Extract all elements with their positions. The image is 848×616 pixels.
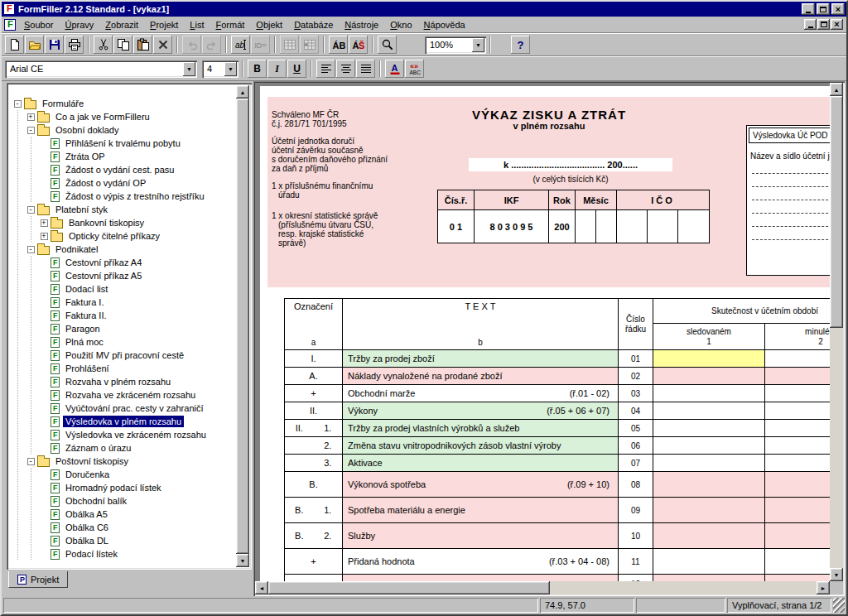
current-period-cell[interactable] xyxy=(653,350,765,368)
current-period-cell[interactable] xyxy=(653,420,765,437)
menu-item-projekt[interactable]: Projekt xyxy=(144,17,184,32)
previous-period-cell[interactable] xyxy=(765,498,830,523)
open-button[interactable] xyxy=(25,36,44,54)
tree-scrollbar[interactable]: ▲ ▼ xyxy=(236,85,249,567)
current-period-cell[interactable] xyxy=(653,455,765,472)
menu-item-databaze[interactable]: Databáze xyxy=(288,17,339,32)
menu-item-okno[interactable]: Okno xyxy=(384,17,417,32)
current-period-cell[interactable] xyxy=(653,368,765,385)
tree-item[interactable]: Výsledovka ve zkráceném rozsahu xyxy=(11,428,236,441)
tree-expander-minus-icon[interactable]: - xyxy=(24,123,37,137)
menu-item-list[interactable]: List xyxy=(184,17,210,32)
tree-expander-minus-icon[interactable]: - xyxy=(24,203,37,216)
tree-item[interactable]: Žádost o vydání cest. pasu xyxy=(11,163,236,176)
delete-button[interactable] xyxy=(153,36,172,54)
tree-item[interactable]: Dodací list xyxy=(11,282,236,296)
tree-item[interactable]: +Bankovní tiskopisy xyxy=(11,216,236,229)
tree-item[interactable]: Prohlášení xyxy=(11,362,236,375)
tree-item[interactable]: Podací lístek xyxy=(11,547,236,561)
special-characters-button[interactable]: ÁB xyxy=(329,36,348,54)
current-period-cell[interactable] xyxy=(653,498,765,523)
zoom-button[interactable] xyxy=(378,36,397,54)
tree-item[interactable]: Faktura II. xyxy=(11,309,236,322)
previous-period-cell[interactable] xyxy=(765,402,830,420)
font-family-combobox[interactable]: Arial CE ▼ xyxy=(5,60,197,78)
tree-item[interactable]: Výsledovka v plném rozsahu xyxy=(11,415,236,428)
tree-item[interactable]: Obálka DL xyxy=(11,534,236,547)
current-period-cell[interactable] xyxy=(653,385,765,402)
fill-line[interactable] xyxy=(752,239,830,240)
zoom-combobox[interactable]: 100% ▼ xyxy=(425,36,486,54)
scroll-down-button[interactable]: ▼ xyxy=(236,554,249,567)
tree-item[interactable]: Obálka C6 xyxy=(11,521,236,534)
restore-button[interactable] xyxy=(817,3,830,15)
tree-item[interactable]: -Osobní doklady xyxy=(11,123,236,137)
previous-period-cell[interactable] xyxy=(765,368,830,385)
tree-item[interactable]: +Opticky čitelné příkazy xyxy=(11,229,236,243)
current-period-cell[interactable] xyxy=(653,472,765,498)
date-field[interactable]: k ..................................... … xyxy=(469,158,672,171)
menu-item-napoveda[interactable]: Nápověda xyxy=(418,17,471,32)
scrollbar-thumb[interactable] xyxy=(236,99,249,554)
align-left-button[interactable] xyxy=(316,60,335,78)
tree-item[interactable]: Paragon xyxy=(11,322,236,335)
child-restore-button[interactable] xyxy=(817,19,830,30)
menu-item-upravy[interactable]: Úpravy xyxy=(59,17,99,32)
child-close-button[interactable]: × xyxy=(831,19,843,30)
tree-item[interactable]: Rozvaha v plném rozsahu xyxy=(11,375,236,388)
tree-item[interactable]: Obchodní balík xyxy=(11,494,236,508)
menu-item-objekt[interactable]: Objekt xyxy=(250,17,288,32)
tree-item[interactable]: -Platební styk xyxy=(11,203,236,216)
paste-button[interactable] xyxy=(133,36,152,54)
cut-button[interactable] xyxy=(94,36,113,54)
tree-item[interactable]: Plná moc xyxy=(11,335,236,349)
scroll-up-button[interactable]: ▲ xyxy=(236,85,249,99)
font-color-button[interactable]: A xyxy=(385,60,404,78)
menu-item-zobrazit[interactable]: Zobrazit xyxy=(99,17,144,32)
previous-period-cell[interactable] xyxy=(765,549,830,575)
tree-expander-minus-icon[interactable]: - xyxy=(11,97,24,110)
tree-item[interactable]: Doručenka xyxy=(11,468,236,481)
tree-item[interactable]: Hromadný podací lístek xyxy=(11,481,236,494)
italic-button[interactable]: I xyxy=(267,60,287,78)
align-justify-button[interactable] xyxy=(356,60,375,78)
previous-period-cell[interactable] xyxy=(765,350,830,368)
chevron-down-icon[interactable]: ▼ xyxy=(224,62,237,76)
chevron-down-icon[interactable]: ▼ xyxy=(183,62,195,76)
previous-period-cell[interactable] xyxy=(765,420,830,437)
tree-item[interactable]: +Co a jak ve FormFilleru xyxy=(11,110,236,123)
tree-item[interactable]: Cestovní příkaz A4 xyxy=(11,256,236,269)
font-size-combobox[interactable]: 4 ▼ xyxy=(202,60,238,78)
tree-expander-minus-icon[interactable]: - xyxy=(24,243,37,256)
new-document-button[interactable] xyxy=(5,36,24,54)
bold-button[interactable]: B xyxy=(248,60,267,78)
minimize-button[interactable] xyxy=(802,3,815,15)
tree-item[interactable]: -Poštovní tiskopisy xyxy=(11,455,236,468)
tree-item[interactable]: Rozvaha ve zkráceném rozsahu xyxy=(11,388,236,402)
tree-expander-plus-icon[interactable]: + xyxy=(37,229,51,243)
current-period-cell[interactable] xyxy=(653,523,765,549)
fill-line[interactable] xyxy=(752,186,830,187)
tree-item[interactable]: Faktura I. xyxy=(11,296,236,309)
scroll-right-button[interactable]: ► xyxy=(817,581,830,594)
fill-line[interactable] xyxy=(752,213,830,214)
scroll-down-button[interactable]: ▼ xyxy=(830,568,843,581)
resize-grip[interactable] xyxy=(833,598,845,613)
previous-period-cell[interactable] xyxy=(765,575,830,581)
tree-item[interactable]: Žádost o výpis z trestního rejstříku xyxy=(11,190,236,203)
save-button[interactable] xyxy=(45,36,64,54)
scroll-left-button[interactable]: ◄ xyxy=(255,581,268,594)
ico-cell[interactable] xyxy=(678,210,710,243)
previous-period-cell[interactable] xyxy=(765,455,830,472)
help-button[interactable]: ? xyxy=(511,36,530,54)
ico-cell[interactable] xyxy=(617,210,648,243)
tree-item[interactable]: -Podnikatel xyxy=(11,243,236,256)
horizontal-scrollbar[interactable]: ◄ ► xyxy=(255,581,830,594)
tab-projekt[interactable]: Projekt xyxy=(8,571,68,588)
tree-item[interactable]: -Formuláře xyxy=(11,97,236,110)
tree-item[interactable]: Záznam o úrazu xyxy=(11,441,236,455)
tree-item[interactable]: Obálka A5 xyxy=(11,508,236,521)
tree-item[interactable]: Cestovní příkaz A5 xyxy=(11,269,236,282)
mesic-cell[interactable] xyxy=(596,210,617,243)
spell-check-button[interactable]: ÁŠ xyxy=(349,36,368,54)
